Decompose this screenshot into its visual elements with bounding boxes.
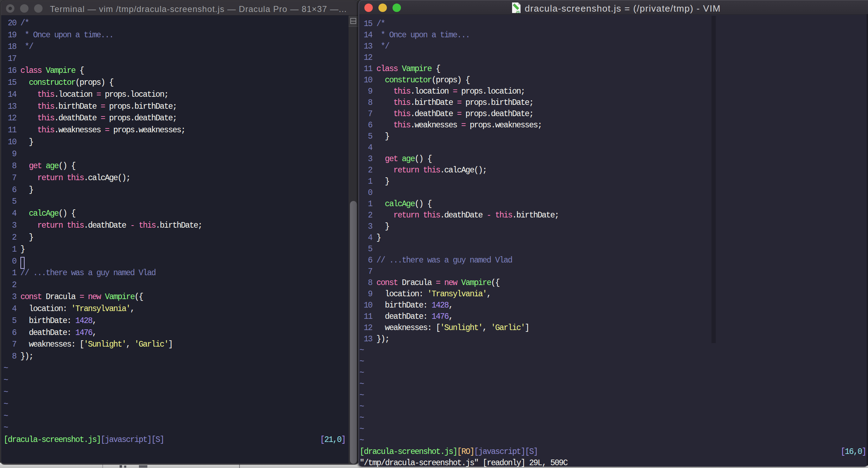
svg-text:JS: JS xyxy=(516,10,520,14)
